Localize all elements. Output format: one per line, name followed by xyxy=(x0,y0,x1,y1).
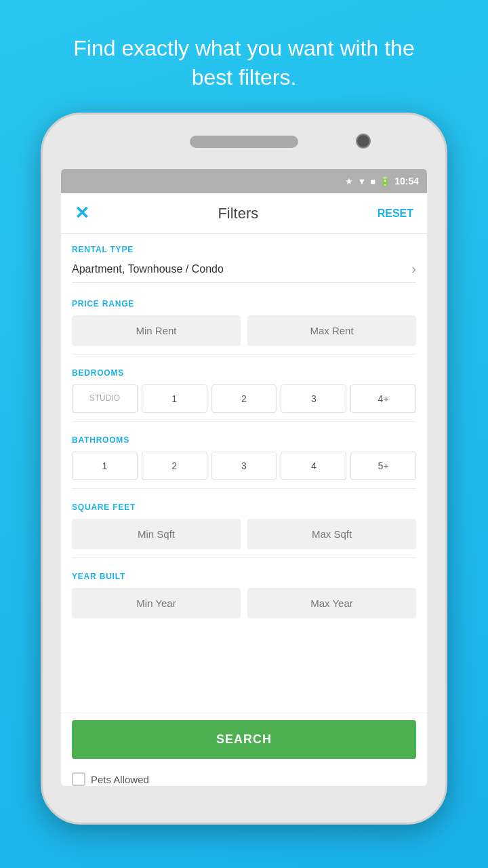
wifi-icon: ▼ xyxy=(357,176,366,186)
page-title: Filters xyxy=(99,205,378,222)
search-button[interactable]: SEARCH xyxy=(72,720,416,759)
bluetooth-icon: ★ xyxy=(345,176,353,186)
year-built-section: YEAR BUILT xyxy=(72,561,416,624)
rental-type-section: RENTAL TYPE Apartment, Townhouse / Condo… xyxy=(72,234,416,288)
square-feet-section: SQUARE FEET xyxy=(72,492,416,555)
bathroom-option-5+[interactable]: 5+ xyxy=(350,452,416,480)
bathroom-option-2[interactable]: 2 xyxy=(142,452,207,480)
battery-icon: 🔋 xyxy=(380,176,390,186)
bathrooms-section: BATHROOMS 12345+ xyxy=(72,425,416,486)
bathroom-option-4[interactable]: 4 xyxy=(281,452,346,480)
rental-type-row[interactable]: Apartment, Townhouse / Condo › xyxy=(72,261,416,283)
top-bar: ✕ Filters RESET xyxy=(61,193,427,234)
reset-button[interactable]: RESET xyxy=(378,208,413,220)
bedrooms-section: BEDROOMS STUDIO1234+ xyxy=(72,357,416,418)
bathroom-option-1[interactable]: 1 xyxy=(72,452,138,480)
pets-label: Pets Allowed xyxy=(91,774,149,785)
square-feet-label: SQUARE FEET xyxy=(72,502,416,512)
bedrooms-label: BEDROOMS xyxy=(72,368,416,378)
bedroom-option-1[interactable]: 1 xyxy=(142,384,207,413)
rental-type-value: Apartment, Townhouse / Condo xyxy=(72,263,224,275)
bedroom-option-studio[interactable]: STUDIO xyxy=(72,384,138,413)
max-rent-input[interactable] xyxy=(247,315,416,346)
bedroom-option-3[interactable]: 3 xyxy=(281,384,346,413)
rental-type-label: RENTAL TYPE xyxy=(72,245,416,254)
min-rent-input[interactable] xyxy=(72,315,241,346)
bathrooms-label: BATHROOMS xyxy=(72,435,416,445)
price-range-label: PRICE RANGE xyxy=(72,299,416,309)
max-year-input[interactable] xyxy=(247,588,416,618)
speaker xyxy=(190,136,298,148)
chevron-right-icon: › xyxy=(411,261,416,277)
screen: ★ ▼ ■ 🔋 10:54 ✕ Filters RESET RENTAL TYP… xyxy=(61,169,427,786)
status-bar: ★ ▼ ■ 🔋 10:54 xyxy=(61,169,427,193)
min-sqft-input[interactable] xyxy=(72,519,241,549)
signal-icon: ■ xyxy=(370,176,375,186)
app-content: ✕ Filters RESET RENTAL TYPE Apartment, T… xyxy=(61,193,427,786)
pets-checkbox[interactable] xyxy=(72,772,85,786)
bedroom-option-4+[interactable]: 4+ xyxy=(350,384,416,413)
price-range-section: PRICE RANGE xyxy=(72,288,416,351)
status-time: 10:54 xyxy=(394,176,419,186)
bathroom-option-3[interactable]: 3 xyxy=(211,452,277,480)
promo-header: Find exactly what you want with the best… xyxy=(0,0,488,113)
camera xyxy=(356,134,371,149)
min-year-input[interactable] xyxy=(72,588,241,618)
bedroom-option-2[interactable]: 2 xyxy=(211,384,277,413)
phone-shell: ★ ▼ ■ 🔋 10:54 ✕ Filters RESET RENTAL TYP… xyxy=(41,113,447,825)
max-sqft-input[interactable] xyxy=(247,519,416,549)
filter-body: RENTAL TYPE Apartment, Townhouse / Condo… xyxy=(61,234,427,713)
close-button[interactable]: ✕ xyxy=(75,203,99,224)
pets-row[interactable]: Pets Allowed xyxy=(61,766,427,786)
search-bar: SEARCH xyxy=(61,713,427,766)
year-built-label: YEAR BUILT xyxy=(72,572,416,581)
